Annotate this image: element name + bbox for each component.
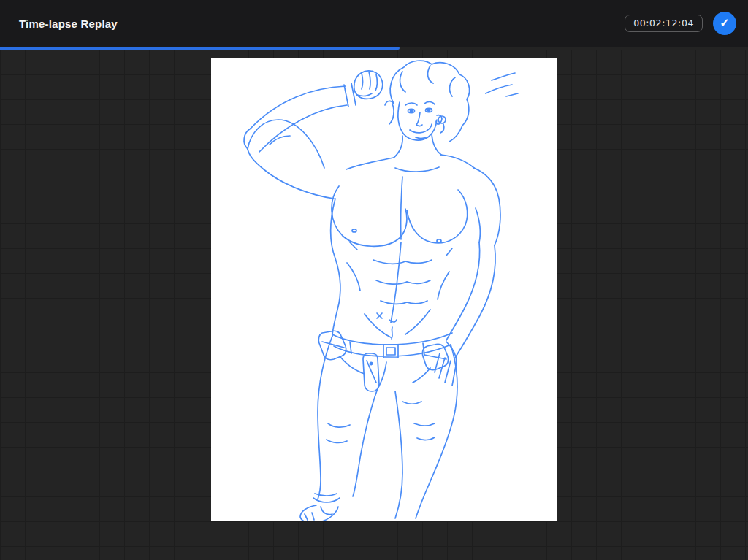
header-actions: 00:02:12:04 ✓	[625, 12, 736, 35]
header-bar: Time-lapse Replay 00:02:12:04 ✓	[0, 0, 748, 47]
progress-fill	[0, 47, 400, 50]
replay-progress-track[interactable]	[0, 47, 748, 50]
page-title: Time-lapse Replay	[19, 18, 118, 30]
timecode-badge: 00:02:12:04	[625, 15, 703, 33]
confirm-button[interactable]: ✓	[713, 12, 736, 35]
checkmark-icon: ✓	[720, 18, 729, 29]
artwork-sketch	[211, 58, 557, 521]
replay-canvas[interactable]	[211, 58, 557, 521]
